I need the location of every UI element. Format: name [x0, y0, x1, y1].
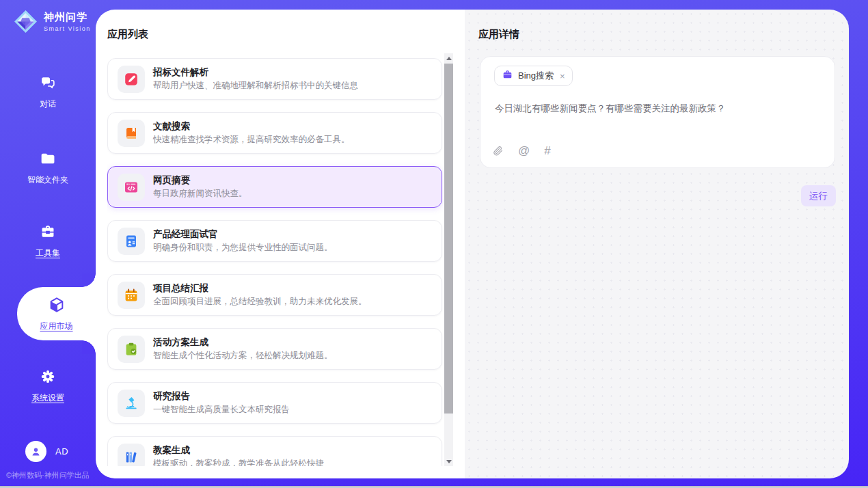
scrollbar-thumb[interactable] — [444, 64, 453, 414]
app-card[interactable]: 产品经理面试官明确身份和职责，为您提供专业性的面试问题。 — [107, 220, 442, 262]
app-card[interactable]: 网页摘要每日政府新闻资讯快查。 — [107, 166, 442, 208]
sidebar-item-smart-folder[interactable]: 智能文件夹 — [0, 150, 96, 186]
book-icon — [118, 120, 145, 147]
app-card-desc: 帮助用户快速、准确地理解和解析招标书中的关键信息 — [153, 80, 358, 92]
sidebar-item-chat[interactable]: 对话 — [0, 74, 96, 110]
sidebar-item-toolset[interactable]: 工具集 — [0, 223, 96, 259]
app-card[interactable]: 项目总结汇报全面回顾项目进展，总结经验教训，助力未来优化发展。 — [107, 274, 442, 316]
folder-icon — [39, 150, 57, 167]
brand-name: 神州问学 — [44, 11, 91, 24]
app-card-desc: 全面回顾项目进展，总结经验教训，助力未来优化发展。 — [153, 296, 367, 308]
content-area: 应用列表 招标文件解析帮助用户快速、准确地理解和解析招标书中的关键信息文献搜索快… — [96, 10, 849, 478]
sidebar-item-settings[interactable]: 系统设置 — [0, 368, 96, 404]
paperclip-icon[interactable] — [493, 146, 504, 157]
user-row[interactable]: AD — [25, 441, 68, 462]
app-card[interactable]: 文献搜索快速精准查找学术资源，提高研究效率的必备工具。 — [107, 112, 442, 154]
sidebar-item-label: 工具集 — [0, 247, 96, 259]
briefcase-icon — [502, 69, 513, 83]
clipboard-check-icon — [118, 336, 145, 363]
gear-icon — [39, 368, 57, 385]
app-list-title: 应用列表 — [107, 28, 148, 41]
avatar[interactable] — [25, 441, 46, 462]
pen-square-icon — [118, 66, 145, 93]
app-detail-title: 应用详情 — [478, 28, 519, 41]
user-name: AD — [55, 446, 68, 457]
scrollbar[interactable] — [444, 53, 453, 466]
app-card-title: 项目总结汇报 — [153, 282, 208, 295]
sidebar: 神州问学 Smart Vision 对话智能文件夹工具集应用市场系统设置 AD … — [0, 0, 96, 488]
prompt-card: Bing搜索 × 今日湖北有哪些新闻要点？有哪些需要关注的最新政策？ @ # — [480, 56, 835, 168]
app-card[interactable]: 教案生成模板驱动，教案秒成，教学准备从此轻松快捷 — [107, 436, 442, 466]
resume-icon — [118, 228, 145, 255]
prompt-toolbar: @ # — [493, 145, 551, 157]
app-card[interactable]: 研究报告一键智能生成高质量长文本研究报告 — [107, 382, 442, 424]
app-card-title: 活动方案生成 — [153, 336, 208, 349]
prompt-input[interactable]: 今日湖北有哪些新闻要点？有哪些需要关注的最新政策？ — [495, 103, 821, 115]
app-detail-panel: 应用详情 Bing搜索 × 今日湖北有哪些新闻要点？有哪些需要关注的最新政策？ — [465, 10, 849, 478]
tool-tag-close-icon[interactable]: × — [560, 71, 565, 81]
sidebar-item-label: 对话 — [0, 98, 96, 110]
app-card-desc: 明确身份和职责，为您提供专业性的面试问题。 — [153, 242, 333, 254]
app-card-title: 产品经理面试官 — [153, 228, 218, 241]
toolbox-icon — [39, 223, 57, 241]
tool-tag[interactable]: Bing搜索 × — [494, 66, 573, 86]
calendar-icon — [118, 282, 145, 309]
brand: 神州问学 Smart Vision — [13, 9, 91, 34]
microscope-icon — [118, 390, 145, 417]
sidebar-item-app-market[interactable]: 应用市场 — [17, 287, 96, 340]
scroll-down-arrow[interactable] — [444, 457, 453, 466]
brand-logo-icon — [13, 9, 38, 34]
brand-tagline: Smart Vision — [44, 25, 91, 32]
tool-tag-label: Bing搜索 — [518, 70, 554, 82]
hashtag-icon[interactable]: # — [544, 145, 550, 157]
app-card[interactable]: 招标文件解析帮助用户快速、准确地理解和解析招标书中的关键信息 — [107, 58, 442, 100]
sidebar-item-label: 应用市场 — [17, 321, 96, 332]
run-button[interactable]: 运行 — [801, 185, 836, 206]
app-card-title: 教案生成 — [153, 444, 190, 457]
app-card[interactable]: 活动方案生成智能生成个性化活动方案，轻松解决规划难题。 — [107, 328, 442, 370]
app-list: 招标文件解析帮助用户快速、准确地理解和解析招标书中的关键信息文献搜索快速精准查找… — [107, 58, 444, 466]
copyright: ©神州数码·神州问学出品 — [6, 470, 90, 480]
mention-icon[interactable]: @ — [518, 145, 530, 157]
app-card-desc: 智能生成个性化活动方案，轻松解决规划难题。 — [153, 350, 333, 362]
app-list-panel: 应用列表 招标文件解析帮助用户快速、准确地理解和解析招标书中的关键信息文献搜索快… — [96, 10, 465, 478]
browser-code-icon — [118, 174, 145, 201]
chat-icon — [39, 74, 57, 92]
cube-icon — [48, 296, 66, 314]
app-card-title: 研究报告 — [153, 390, 190, 403]
app-card-title: 网页摘要 — [153, 174, 190, 187]
sidebar-item-label: 系统设置 — [0, 392, 96, 404]
app-card-desc: 每日政府新闻资讯快查。 — [153, 188, 247, 200]
app-window: 神州问学 Smart Vision 对话智能文件夹工具集应用市场系统设置 AD … — [0, 0, 868, 488]
app-card-desc: 模板驱动，教案秒成，教学准备从此轻松快捷 — [153, 458, 324, 466]
app-card-desc: 一键智能生成高质量长文本研究报告 — [153, 404, 290, 416]
scroll-up-arrow[interactable] — [444, 53, 453, 63]
books-icon — [118, 444, 145, 466]
app-card-title: 招标文件解析 — [153, 66, 208, 79]
sidebar-item-label: 智能文件夹 — [0, 174, 96, 186]
app-card-title: 文献搜索 — [153, 120, 190, 133]
app-card-desc: 快速精准查找学术资源，提高研究效率的必备工具。 — [153, 134, 350, 146]
